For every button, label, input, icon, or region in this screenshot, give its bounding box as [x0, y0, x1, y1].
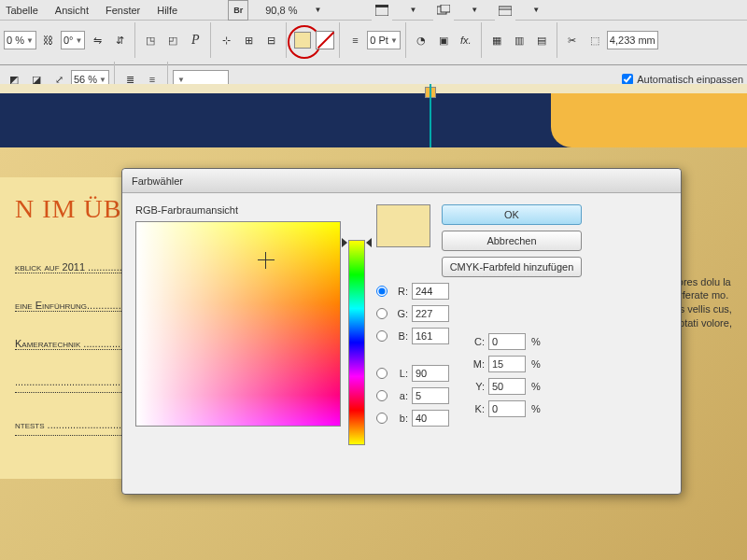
crop-icon[interactable]: ✂ [562, 30, 583, 50]
r-label: R: [391, 286, 408, 297]
b-label: B: [391, 330, 408, 342]
g-input[interactable] [412, 305, 449, 322]
align-icon-2[interactable]: ⊞ [238, 30, 259, 50]
g-radio[interactable] [376, 308, 388, 319]
bb-input[interactable] [412, 410, 449, 427]
colorspace-label: RGB-Farbraumansicht [135, 204, 365, 216]
effects-icon[interactable]: ◔ [411, 30, 431, 50]
bb-row: b: [376, 410, 449, 427]
color-preview [376, 204, 430, 247]
text-wrap-icon-3[interactable]: ▤ [531, 30, 552, 50]
l-input[interactable] [412, 365, 449, 382]
b-radio[interactable] [376, 330, 388, 342]
text-wrap-icon-2[interactable]: ▥ [509, 30, 529, 50]
svg-rect-1 [375, 5, 388, 7]
bridge-icon[interactable]: Br [228, 0, 248, 21]
k-row: K: % [472, 400, 541, 417]
flip-h-icon[interactable]: ⇋ [87, 30, 107, 50]
menu-fenster[interactable]: Fenster [106, 5, 140, 16]
menu-ansicht[interactable]: Ansicht [55, 5, 89, 16]
b-input[interactable] [412, 328, 449, 344]
k-input[interactable] [488, 400, 526, 417]
c-label: C: [472, 336, 485, 347]
bb-radio[interactable] [376, 413, 388, 424]
menu-hilfe[interactable]: Hilfe [157, 5, 177, 16]
stroke-swatch[interactable] [316, 31, 334, 49]
b-row: B: [376, 328, 449, 344]
select-content-icon[interactable]: ◳ [140, 30, 161, 50]
frame-fit-icon[interactable]: ⬚ [585, 30, 605, 50]
chain-icon[interactable]: ⛓ [38, 30, 59, 50]
color-field[interactable] [135, 221, 341, 427]
svg-rect-3 [441, 5, 450, 12]
header-yellow-tab [551, 93, 747, 147]
k-label: K: [472, 403, 485, 414]
measure-field[interactable]: 4,233 mm [607, 31, 658, 49]
g-label: G: [391, 308, 408, 319]
text-wrap-icon-1[interactable]: ▦ [486, 30, 507, 50]
svg-rect-4 [499, 7, 512, 16]
flip-v-icon[interactable]: ⇵ [109, 30, 130, 50]
hue-slider[interactable] [348, 221, 365, 445]
arrange-icon[interactable] [433, 0, 454, 21]
angle-field[interactable]: 0°▼ [61, 31, 85, 49]
a-row: a: [376, 387, 449, 404]
paragraph-icon[interactable]: P [185, 30, 205, 50]
m-input[interactable] [488, 356, 526, 372]
a-radio[interactable] [376, 390, 388, 401]
c-input[interactable] [488, 333, 526, 350]
opacity-field[interactable]: 0 %▼ [4, 31, 36, 49]
g-row: G: [376, 305, 449, 322]
bb-label: b: [391, 413, 408, 424]
m-label: M: [472, 358, 485, 370]
align-icon-3[interactable]: ⊟ [261, 30, 281, 50]
ok-button[interactable]: OK [442, 204, 582, 225]
add-cmyk-button[interactable]: CMYK-Farbfeld hinzufügen [442, 257, 582, 277]
stroke-weight-field[interactable]: 0 Pt▼ [367, 31, 401, 49]
y-row: Y: % [472, 378, 541, 395]
l-radio[interactable] [376, 368, 388, 379]
select-container-icon[interactable]: ◰ [162, 30, 183, 50]
color-picker-dialog: Farbwähler RGB-Farbraumansicht OK Abbrec… [121, 168, 682, 495]
color-crosshair-icon [258, 252, 275, 269]
fill-swatch[interactable] [291, 29, 314, 51]
zoom-level[interactable]: 90,8 % [265, 5, 297, 16]
l-row: L: [376, 365, 449, 382]
dialog-title: Farbwähler [132, 175, 183, 187]
screen-mode-icon[interactable] [372, 0, 392, 21]
menu-tabelle[interactable]: Tabelle [6, 5, 38, 16]
y-input[interactable] [488, 378, 526, 395]
r-input[interactable] [412, 283, 449, 300]
r-radio[interactable] [376, 286, 388, 297]
drop-shadow-icon[interactable]: ▣ [433, 30, 454, 50]
dialog-titlebar[interactable]: Farbwähler [122, 169, 681, 193]
menu-bar: Tabelle Ansicht Fenster Hilfe Br 90,8 % … [0, 0, 747, 21]
align-icon-1[interactable]: ⊹ [216, 30, 236, 50]
m-row: M: % [472, 356, 541, 372]
view-options-icon[interactable] [495, 0, 515, 21]
l-label: L: [391, 368, 408, 379]
stroke-weight-icon: ≡ [345, 30, 365, 50]
c-row: C: % [472, 333, 541, 350]
a-label: a: [391, 390, 408, 401]
fx-icon[interactable]: fx. [456, 30, 476, 50]
y-label: Y: [472, 381, 485, 392]
r-row: R: [376, 283, 449, 300]
a-input[interactable] [412, 387, 449, 404]
control-panel: 0 %▼ ⛓ 0°▼ ⇋ ⇵ ◳ ◰ P ⊹ ⊞ ⊟ ≡ 0 Pt▼ ◔ ▣ f… [0, 21, 747, 65]
cancel-button[interactable]: Abbrechen [442, 231, 582, 251]
